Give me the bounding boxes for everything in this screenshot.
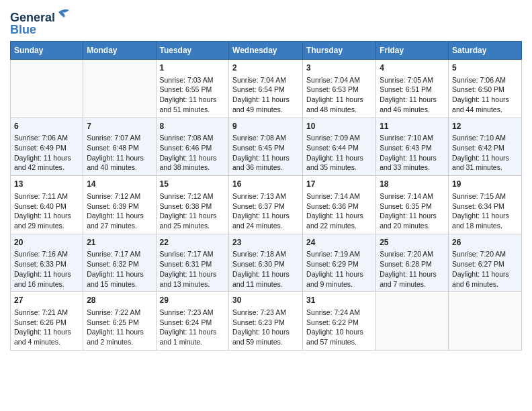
- col-header-monday: Monday: [83, 42, 156, 60]
- day-cell: 7Sunrise: 7:07 AM Sunset: 6:48 PM Daylig…: [83, 118, 156, 176]
- day-number: 29: [160, 295, 226, 306]
- col-header-wednesday: Wednesday: [229, 42, 303, 60]
- day-info: Sunrise: 7:03 AM Sunset: 6:55 PM Dayligh…: [160, 75, 226, 115]
- col-header-thursday: Thursday: [303, 42, 376, 60]
- day-cell: 20Sunrise: 7:16 AM Sunset: 6:33 PM Dayli…: [11, 234, 83, 292]
- day-info: Sunrise: 7:06 AM Sunset: 6:50 PM Dayligh…: [452, 75, 518, 115]
- day-cell: 6Sunrise: 7:06 AM Sunset: 6:49 PM Daylig…: [11, 118, 83, 176]
- day-cell: 21Sunrise: 7:17 AM Sunset: 6:32 PM Dayli…: [83, 234, 156, 292]
- day-number: 8: [160, 121, 226, 132]
- day-cell: 16Sunrise: 7:13 AM Sunset: 6:37 PM Dayli…: [229, 176, 303, 234]
- day-cell: 1Sunrise: 7:03 AM Sunset: 6:55 PM Daylig…: [156, 60, 229, 118]
- day-number: 24: [306, 237, 372, 248]
- day-info: Sunrise: 7:09 AM Sunset: 6:44 PM Dayligh…: [306, 133, 372, 173]
- day-number: 31: [306, 295, 372, 306]
- svg-text:Blue: Blue: [10, 23, 36, 36]
- calendar-table: SundayMondayTuesdayWednesdayThursdayFrid…: [10, 41, 522, 351]
- page-header: General Blue: [10, 7, 522, 37]
- day-cell: [449, 292, 522, 351]
- day-info: Sunrise: 7:08 AM Sunset: 6:46 PM Dayligh…: [160, 133, 226, 173]
- day-cell: 29Sunrise: 7:23 AM Sunset: 6:24 PM Dayli…: [156, 292, 229, 351]
- day-cell: 15Sunrise: 7:12 AM Sunset: 6:38 PM Dayli…: [156, 176, 229, 234]
- day-info: Sunrise: 7:17 AM Sunset: 6:32 PM Dayligh…: [87, 249, 152, 289]
- day-number: 18: [380, 179, 445, 190]
- day-number: 19: [452, 179, 518, 190]
- day-info: Sunrise: 7:15 AM Sunset: 6:34 PM Dayligh…: [452, 191, 518, 231]
- day-number: 21: [87, 237, 152, 248]
- day-number: 9: [232, 121, 299, 132]
- day-number: 14: [87, 179, 152, 190]
- day-cell: 24Sunrise: 7:19 AM Sunset: 6:29 PM Dayli…: [303, 234, 376, 292]
- day-number: 15: [160, 179, 226, 190]
- day-cell: 4Sunrise: 7:05 AM Sunset: 6:51 PM Daylig…: [376, 60, 449, 118]
- day-cell: [11, 60, 83, 118]
- day-info: Sunrise: 7:12 AM Sunset: 6:39 PM Dayligh…: [87, 191, 152, 231]
- day-info: Sunrise: 7:16 AM Sunset: 6:33 PM Dayligh…: [14, 249, 79, 289]
- day-info: Sunrise: 7:10 AM Sunset: 6:42 PM Dayligh…: [452, 133, 518, 173]
- day-info: Sunrise: 7:18 AM Sunset: 6:30 PM Dayligh…: [232, 249, 299, 289]
- day-info: Sunrise: 7:19 AM Sunset: 6:29 PM Dayligh…: [306, 249, 372, 289]
- week-row-2: 6Sunrise: 7:06 AM Sunset: 6:49 PM Daylig…: [11, 118, 522, 176]
- day-number: 5: [452, 62, 518, 74]
- day-cell: 17Sunrise: 7:14 AM Sunset: 6:36 PM Dayli…: [303, 176, 376, 234]
- day-cell: 5Sunrise: 7:06 AM Sunset: 6:50 PM Daylig…: [449, 60, 522, 118]
- day-number: 22: [160, 237, 226, 248]
- day-info: Sunrise: 7:21 AM Sunset: 6:26 PM Dayligh…: [14, 308, 79, 347]
- day-number: 3: [306, 62, 372, 74]
- day-cell: 14Sunrise: 7:12 AM Sunset: 6:39 PM Dayli…: [83, 176, 156, 234]
- day-info: Sunrise: 7:20 AM Sunset: 6:28 PM Dayligh…: [380, 249, 445, 289]
- week-row-1: 1Sunrise: 7:03 AM Sunset: 6:55 PM Daylig…: [11, 60, 522, 118]
- svg-text:General: General: [10, 11, 55, 24]
- day-cell: 26Sunrise: 7:20 AM Sunset: 6:27 PM Dayli…: [449, 234, 522, 292]
- day-number: 26: [452, 237, 518, 248]
- day-number: 25: [380, 237, 445, 248]
- day-cell: 8Sunrise: 7:08 AM Sunset: 6:46 PM Daylig…: [156, 118, 229, 176]
- col-header-sunday: Sunday: [11, 42, 83, 60]
- day-info: Sunrise: 7:10 AM Sunset: 6:43 PM Dayligh…: [380, 133, 445, 173]
- day-cell: 19Sunrise: 7:15 AM Sunset: 6:34 PM Dayli…: [449, 176, 522, 234]
- day-cell: 30Sunrise: 7:23 AM Sunset: 6:23 PM Dayli…: [229, 292, 303, 351]
- day-number: 23: [232, 237, 299, 248]
- day-cell: 18Sunrise: 7:14 AM Sunset: 6:35 PM Dayli…: [376, 176, 449, 234]
- day-number: 16: [232, 179, 299, 190]
- day-cell: 9Sunrise: 7:08 AM Sunset: 6:45 PM Daylig…: [229, 118, 303, 176]
- day-cell: [376, 292, 449, 351]
- day-info: Sunrise: 7:12 AM Sunset: 6:38 PM Dayligh…: [160, 191, 226, 231]
- day-number: 2: [232, 62, 299, 74]
- day-info: Sunrise: 7:05 AM Sunset: 6:51 PM Dayligh…: [380, 75, 445, 115]
- day-number: 1: [160, 62, 226, 74]
- day-number: 27: [14, 295, 79, 306]
- day-cell: 25Sunrise: 7:20 AM Sunset: 6:28 PM Dayli…: [376, 234, 449, 292]
- day-number: 7: [87, 121, 152, 132]
- day-info: Sunrise: 7:23 AM Sunset: 6:23 PM Dayligh…: [232, 308, 299, 347]
- col-header-tuesday: Tuesday: [156, 42, 229, 60]
- day-cell: 22Sunrise: 7:17 AM Sunset: 6:31 PM Dayli…: [156, 234, 229, 292]
- week-row-3: 13Sunrise: 7:11 AM Sunset: 6:40 PM Dayli…: [11, 176, 522, 234]
- day-number: 30: [232, 295, 299, 306]
- day-cell: 12Sunrise: 7:10 AM Sunset: 6:42 PM Dayli…: [449, 118, 522, 176]
- day-number: 13: [14, 179, 79, 190]
- day-number: 12: [452, 121, 518, 132]
- week-row-4: 20Sunrise: 7:16 AM Sunset: 6:33 PM Dayli…: [11, 234, 522, 292]
- week-row-5: 27Sunrise: 7:21 AM Sunset: 6:26 PM Dayli…: [11, 292, 522, 351]
- day-info: Sunrise: 7:04 AM Sunset: 6:54 PM Dayligh…: [232, 75, 299, 115]
- day-cell: 2Sunrise: 7:04 AM Sunset: 6:54 PM Daylig…: [229, 60, 303, 118]
- day-info: Sunrise: 7:06 AM Sunset: 6:49 PM Dayligh…: [14, 133, 79, 173]
- day-cell: 27Sunrise: 7:21 AM Sunset: 6:26 PM Dayli…: [11, 292, 83, 351]
- logo: General Blue: [10, 7, 71, 37]
- day-info: Sunrise: 7:04 AM Sunset: 6:53 PM Dayligh…: [306, 75, 372, 115]
- day-info: Sunrise: 7:20 AM Sunset: 6:27 PM Dayligh…: [452, 249, 518, 289]
- day-number: 28: [87, 295, 152, 306]
- day-number: 11: [380, 121, 445, 132]
- day-info: Sunrise: 7:13 AM Sunset: 6:37 PM Dayligh…: [232, 191, 299, 231]
- day-cell: 11Sunrise: 7:10 AM Sunset: 6:43 PM Dayli…: [376, 118, 449, 176]
- day-cell: 28Sunrise: 7:22 AM Sunset: 6:25 PM Dayli…: [83, 292, 156, 351]
- day-info: Sunrise: 7:07 AM Sunset: 6:48 PM Dayligh…: [87, 133, 152, 173]
- day-info: Sunrise: 7:17 AM Sunset: 6:31 PM Dayligh…: [160, 249, 226, 289]
- day-cell: 10Sunrise: 7:09 AM Sunset: 6:44 PM Dayli…: [303, 118, 376, 176]
- day-cell: 23Sunrise: 7:18 AM Sunset: 6:30 PM Dayli…: [229, 234, 303, 292]
- day-number: 10: [306, 121, 372, 132]
- day-info: Sunrise: 7:23 AM Sunset: 6:24 PM Dayligh…: [160, 308, 226, 347]
- day-cell: 31Sunrise: 7:24 AM Sunset: 6:22 PM Dayli…: [303, 292, 376, 351]
- day-info: Sunrise: 7:14 AM Sunset: 6:35 PM Dayligh…: [380, 191, 445, 231]
